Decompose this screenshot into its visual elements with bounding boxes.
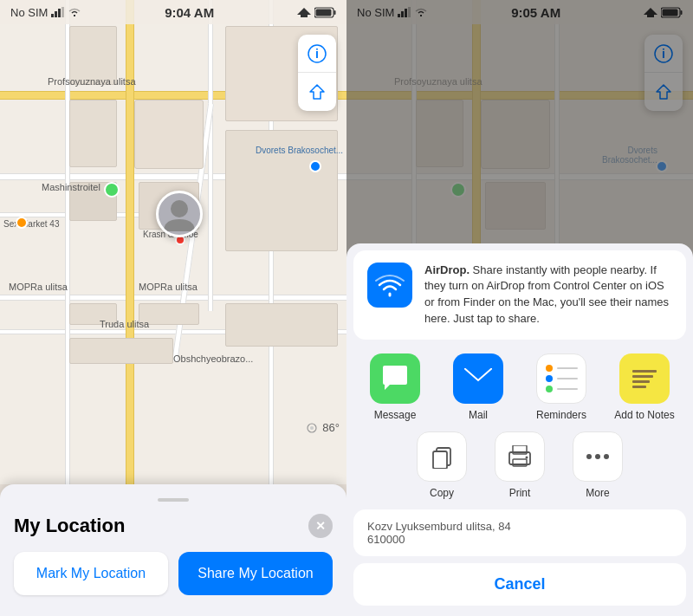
postcode-line: 610000 [367, 533, 672, 546]
mark-location-button[interactable]: Mark My Location [14, 552, 168, 595]
svg-marker-4 [297, 8, 311, 17]
reminders-label: Reminders [536, 409, 586, 421]
svg-point-9 [310, 426, 314, 430]
svg-rect-6 [334, 10, 336, 15]
map-controls-left: i [298, 35, 336, 111]
svg-point-10 [171, 200, 188, 217]
signal-icon-left [51, 7, 64, 17]
more-action-item[interactable]: More [563, 431, 632, 499]
share-sheet-overlay: AirDrop. Share instantly with people nea… [346, 0, 693, 616]
svg-rect-2 [58, 9, 61, 17]
print-action-item[interactable]: Print [485, 431, 554, 499]
copy-documents-icon [430, 444, 454, 469]
map-label-obshch: Obshchyeobrazo... [173, 353, 253, 364]
reminders-icon [536, 353, 586, 404]
message-share-item[interactable]: Message [364, 353, 426, 421]
airdrop-description: AirDrop. Share instantly with people nea… [424, 263, 672, 327]
info-icon-left: i [308, 44, 327, 63]
map-label-profsoy: Profsoyuznaya ulitsa [48, 76, 136, 87]
time-left: 9:04 AM [165, 5, 214, 20]
address-line: Kozv Lyuksemburd ulitsa, 84 [367, 520, 672, 533]
map-label-truda: Truda ulitsa [100, 319, 149, 329]
user-avatar-icon [164, 197, 195, 231]
info-button-left[interactable]: i [298, 35, 336, 73]
print-printer-icon [508, 445, 532, 468]
share-apps-row: Message Mail [346, 340, 693, 428]
left-screen: No SIM 9:04 AM [0, 0, 346, 616]
share-location-button[interactable]: Share My Location [178, 552, 333, 595]
svg-rect-3 [62, 7, 64, 17]
mail-envelope-icon [464, 368, 492, 389]
temperature-left: 86° [322, 421, 340, 434]
svg-rect-0 [51, 14, 54, 17]
map-label-dvorets: Dvorets Brakosochet... [256, 146, 343, 155]
sheet-title: My Location [14, 515, 125, 537]
battery-icon-left [314, 7, 336, 18]
map-label-mopra1: MOPRa ulitsa [9, 282, 68, 292]
sheet-handle [158, 498, 189, 502]
airdrop-icon [367, 263, 412, 308]
map-label-sex: Sex Market 43 [3, 219, 59, 229]
more-dots-icon [586, 453, 610, 460]
location-button-left[interactable] [298, 73, 336, 111]
svg-text:i: i [315, 47, 319, 61]
svg-point-29 [526, 457, 528, 459]
weather-icon [305, 422, 319, 434]
reminders-share-item[interactable]: Reminders [530, 353, 593, 421]
message-bubble-icon [381, 366, 409, 392]
bottom-sheet-left: My Location ✕ Mark My Location Share My … [0, 484, 346, 616]
notes-share-item[interactable]: Add to Notes [613, 353, 676, 421]
copy-label: Copy [430, 487, 454, 499]
airdrop-section[interactable]: AirDrop. Share instantly with people nea… [353, 250, 686, 340]
wifi-icon-left [68, 7, 81, 17]
status-bar-left: No SIM 9:04 AM [0, 0, 346, 24]
message-icon [370, 353, 420, 404]
map-label-mopra2: MOPRa ulitsa [139, 282, 198, 292]
right-screen: No SIM 9:05 AM [346, 0, 693, 616]
mail-label: Mail [469, 409, 488, 421]
more-label: More [586, 487, 609, 499]
user-location-pin [156, 191, 208, 243]
more-icon [573, 431, 623, 482]
mail-share-item[interactable]: Mail [447, 353, 509, 421]
sheet-close-button[interactable]: ✕ [308, 514, 333, 538]
svg-point-32 [604, 454, 609, 459]
map-label-machine: Mashinstroitel [42, 182, 100, 192]
copy-action-item[interactable]: Copy [407, 431, 476, 499]
svg-point-30 [586, 454, 592, 459]
location-icon-left [308, 83, 326, 101]
notes-icon [619, 353, 670, 404]
notes-label: Add to Notes [614, 409, 674, 421]
svg-rect-25 [433, 451, 447, 469]
share-sheet: AirDrop. Share instantly with people nea… [346, 243, 693, 616]
carrier-left: No SIM [10, 6, 48, 19]
airdrop-wifi-icon [374, 269, 405, 301]
location-status-icon-left [297, 8, 311, 17]
svg-point-31 [595, 454, 600, 459]
svg-rect-7 [316, 9, 332, 16]
cancel-button[interactable]: Cancel [353, 563, 686, 606]
share-address: Kozv Lyuksemburd ulitsa, 84 610000 [353, 509, 686, 556]
share-actions-row: Copy Print [346, 428, 693, 509]
svg-rect-1 [55, 11, 57, 17]
mail-icon [453, 353, 503, 404]
print-icon [495, 431, 545, 482]
message-label: Message [374, 409, 417, 421]
copy-icon [417, 431, 467, 482]
map-left[interactable]: No SIM 9:04 AM [0, 0, 346, 484]
print-label: Print [509, 487, 531, 499]
